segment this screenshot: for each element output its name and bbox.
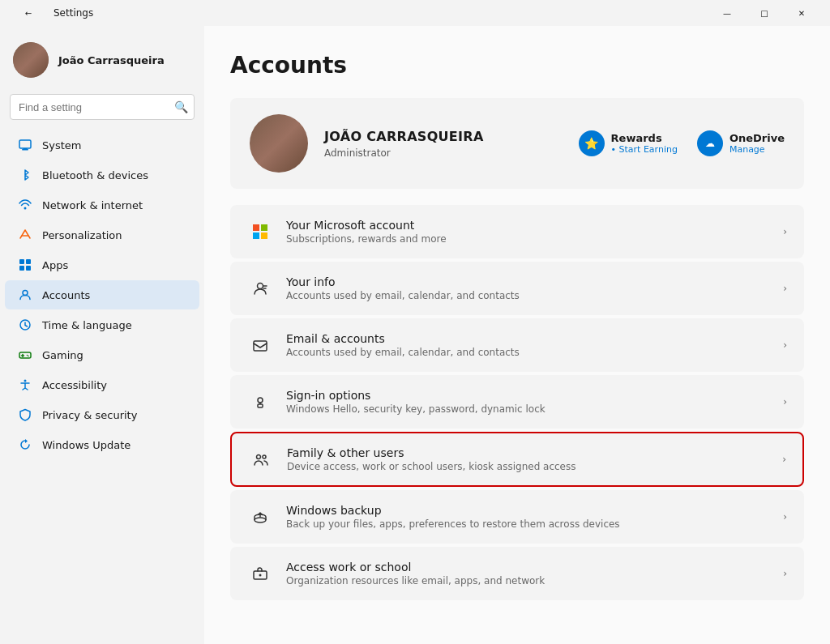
svg-rect-8	[26, 266, 31, 271]
sidebar-item-personalization[interactable]: Personalization	[5, 220, 199, 249]
titlebar-controls: — □ ✕	[708, 0, 820, 26]
email-accounts-desc: Accounts used by email, calendar, and co…	[286, 347, 770, 358]
user-card-info: JOÃO CARRASQUEIRA Administrator	[324, 129, 563, 159]
windows-backup-title: Windows backup	[286, 504, 770, 517]
settings-list: Your Microsoft account Subscriptions, re…	[230, 205, 804, 600]
svg-point-15	[28, 356, 29, 357]
sign-in-options-text: Sign-in options Windows Hello, security …	[286, 389, 770, 415]
user-card-role: Administrator	[324, 147, 563, 159]
titlebar-left: ← Settings	[10, 0, 93, 26]
user-card-avatar	[250, 114, 308, 173]
microsoft-account-desc: Subscriptions, rewards and more	[286, 233, 770, 245]
app-body: João Carrasqueira 🔍 System Bluetooth & d…	[0, 26, 830, 644]
search-icon: 🔍	[174, 100, 188, 113]
chevron-right-icon: ›	[783, 226, 787, 237]
svg-rect-7	[19, 266, 24, 271]
chevron-right-icon: ›	[782, 454, 786, 465]
onedrive-sub: Manage	[729, 144, 785, 155]
svg-point-29	[255, 518, 266, 522]
family-other-icon	[248, 446, 274, 472]
windows-backup-icon	[247, 504, 273, 530]
avatar	[13, 42, 49, 78]
user-card: JOÃO CARRASQUEIRA Administrator ⭐ Reward…	[230, 98, 804, 189]
svg-point-16	[24, 380, 27, 382]
sidebar-item-label: System	[42, 139, 81, 151]
sidebar: João Carrasqueira 🔍 System Bluetooth & d…	[0, 26, 204, 644]
rewards-text: Rewards • Start Earning	[611, 132, 678, 155]
svg-point-14	[27, 355, 28, 356]
svg-point-25	[258, 398, 263, 403]
update-icon	[18, 437, 32, 452]
your-info-text: Your info Accounts used by email, calend…	[286, 275, 770, 301]
back-button[interactable]: ←	[10, 0, 47, 26]
windows-backup-text: Windows backup Back up your files, apps,…	[286, 504, 770, 530]
sidebar-item-network[interactable]: Network & internet	[5, 190, 199, 220]
sidebar-item-accounts[interactable]: Accounts	[5, 280, 199, 309]
sidebar-item-label: Personalization	[42, 229, 122, 241]
sidebar-item-label: Accounts	[42, 289, 90, 301]
sidebar-item-label: Network & internet	[42, 199, 143, 211]
sign-in-options-icon	[247, 389, 273, 415]
onedrive-label: OneDrive	[729, 132, 785, 144]
access-work-icon	[247, 561, 273, 586]
svg-point-9	[23, 291, 28, 296]
sidebar-item-system[interactable]: System	[5, 130, 199, 160]
svg-rect-17	[253, 224, 259, 231]
rewards-icon: ⭐	[579, 130, 605, 156]
settings-row-microsoft-account[interactable]: Your Microsoft account Subscriptions, re…	[230, 205, 804, 258]
svg-rect-1	[22, 149, 28, 151]
onedrive-action[interactable]: ☁ OneDrive Manage	[697, 130, 785, 156]
sidebar-item-label: Gaming	[42, 349, 83, 361]
email-accounts-icon	[247, 332, 273, 358]
user-card-actions: ⭐ Rewards • Start Earning ☁ OneDrive Man…	[579, 130, 785, 156]
svg-rect-24	[254, 341, 267, 351]
settings-row-your-info[interactable]: Your info Accounts used by email, calend…	[230, 262, 804, 315]
svg-point-31	[259, 574, 262, 577]
sidebar-item-label: Windows Update	[42, 439, 130, 451]
settings-row-sign-in-options[interactable]: Sign-in options Windows Hello, security …	[230, 375, 804, 429]
sidebar-item-privacy[interactable]: Privacy & security	[5, 400, 199, 429]
chevron-right-icon: ›	[783, 568, 787, 579]
sidebar-item-label: Privacy & security	[42, 409, 137, 421]
microsoft-account-title: Your Microsoft account	[286, 219, 770, 232]
svg-point-21	[258, 284, 263, 289]
access-work-desc: Organization resources like email, apps,…	[286, 575, 770, 586]
rewards-action[interactable]: ⭐ Rewards • Start Earning	[579, 130, 678, 156]
svg-point-27	[257, 455, 261, 459]
chevron-right-icon: ›	[783, 396, 787, 407]
your-info-title: Your info	[286, 275, 770, 288]
settings-row-email-accounts[interactable]: Email & accounts Accounts used by email,…	[230, 318, 804, 372]
svg-point-3	[24, 207, 27, 210]
family-other-text: Family & other users Device access, work…	[287, 446, 769, 472]
settings-row-family-other[interactable]: Family & other users Device access, work…	[230, 432, 804, 487]
maximize-button[interactable]: □	[746, 0, 783, 26]
svg-rect-26	[258, 404, 263, 407]
access-work-text: Access work or school Organization resou…	[286, 561, 770, 586]
rewards-sub: • Start Earning	[611, 144, 678, 155]
email-accounts-text: Email & accounts Accounts used by email,…	[286, 332, 770, 358]
rewards-label: Rewards	[611, 132, 678, 144]
sidebar-item-gaming[interactable]: Gaming	[5, 340, 199, 369]
sidebar-item-apps[interactable]: Apps	[5, 250, 199, 279]
sidebar-item-label: Bluetooth & devices	[42, 169, 148, 181]
minimize-button[interactable]: —	[708, 0, 746, 26]
sidebar-item-update[interactable]: Windows Update	[5, 430, 199, 459]
onedrive-icon: ☁	[697, 130, 723, 156]
sidebar-item-accessibility[interactable]: Accessibility	[5, 370, 199, 399]
close-button[interactable]: ✕	[783, 0, 820, 26]
titlebar: ← Settings — □ ✕	[0, 0, 830, 26]
nav-list: System Bluetooth & devices Network & int…	[0, 130, 204, 460]
sidebar-username: João Carrasqueira	[58, 54, 165, 66]
settings-row-windows-backup[interactable]: Windows backup Back up your files, apps,…	[230, 490, 804, 544]
sidebar-item-label: Time & language	[42, 319, 132, 331]
sidebar-item-label: Accessibility	[42, 379, 107, 391]
sidebar-item-time[interactable]: Time & language	[5, 310, 199, 339]
privacy-icon	[18, 407, 32, 422]
page-title: Accounts	[230, 52, 804, 79]
search-input[interactable]	[10, 94, 195, 120]
sidebar-item-bluetooth[interactable]: Bluetooth & devices	[5, 160, 199, 190]
windows-backup-desc: Back up your files, apps, preferences to…	[286, 518, 770, 530]
settings-row-access-work[interactable]: Access work or school Organization resou…	[230, 547, 804, 600]
system-icon	[18, 138, 32, 152]
sign-in-options-title: Sign-in options	[286, 389, 770, 402]
